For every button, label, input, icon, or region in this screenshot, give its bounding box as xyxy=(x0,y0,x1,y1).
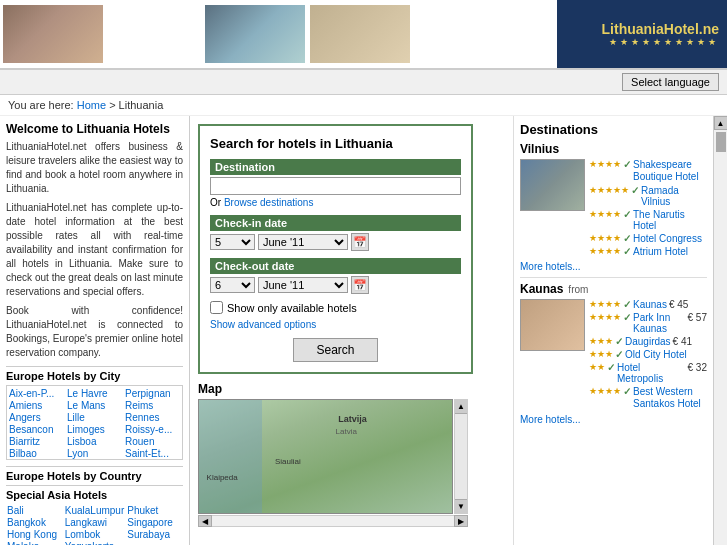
right-scrollbar: ▲ ▼ xyxy=(713,116,727,545)
main-layout: Welcome to Lithuania Hotels LithuaniaHot… xyxy=(0,116,727,545)
destinations-panel: Destinations Vilnius ★★★★ ✓ Shakespeare … xyxy=(513,116,713,545)
advanced-options-link[interactable]: Show advanced options xyxy=(210,319,461,330)
city-link[interactable]: Saint-Et... xyxy=(125,448,180,459)
stars-icon: ★★★ xyxy=(589,349,613,359)
hotel-link[interactable]: The Narutis Hotel xyxy=(633,209,707,231)
map-label-klaipeda: Klaipeda xyxy=(207,473,238,482)
language-select-button[interactable]: Select language xyxy=(622,73,719,91)
checkin-month-select[interactable]: June '11 xyxy=(258,234,348,250)
hotel-item: ★★★★ ✓ Kaunas € 45 xyxy=(589,299,707,310)
hotel-price: € 32 xyxy=(688,362,707,373)
map-title: Map xyxy=(198,382,505,396)
destination-input[interactable] xyxy=(210,177,461,195)
stars-icon: ★★★★ xyxy=(589,312,621,322)
checkmark-icon: ✓ xyxy=(623,246,631,257)
city-link[interactable]: Le Mans xyxy=(67,400,122,411)
city-link[interactable]: Rennes xyxy=(125,412,180,423)
vilnius-more-link[interactable]: More hotels... xyxy=(520,261,707,272)
checkout-label: Check-out date xyxy=(210,258,461,274)
city-link[interactable]: Lyon xyxy=(67,448,122,459)
checkmark-icon: ✓ xyxy=(615,336,623,347)
asia-city-link[interactable]: Langkawi xyxy=(65,517,124,528)
hotel-link[interactable]: Best Western Santakos Hotel xyxy=(633,386,707,410)
checkout-calendar-icon[interactable]: 📅 xyxy=(351,276,369,294)
city-link[interactable]: Perpignan xyxy=(125,388,180,399)
stars-icon: ★★★★★ xyxy=(589,185,629,195)
kaunas-hotel-list: ★★★★ ✓ Kaunas € 45 ★★★★ ✓ Park Inn Kauna… xyxy=(589,299,707,412)
sidebar-welcome-title: Welcome to Lithuania Hotels xyxy=(6,122,183,136)
hotel-item: ★★★★ ✓ Atrium Hotel xyxy=(589,246,707,257)
hotel-link[interactable]: Hotel Congress xyxy=(633,233,702,244)
asia-city-link[interactable]: Bangkok xyxy=(7,517,62,528)
city-link[interactable]: Amiens xyxy=(9,400,64,411)
asia-city-link[interactable]: Phuket xyxy=(127,505,182,516)
asia-city-link[interactable]: Surabaya xyxy=(127,529,182,540)
kaunas-image xyxy=(520,299,585,351)
map-hscroll-right[interactable]: ▶ xyxy=(454,515,468,527)
scroll-thumb[interactable] xyxy=(716,132,726,152)
map-scroll-up[interactable]: ▲ xyxy=(455,400,467,414)
scroll-up-arrow[interactable]: ▲ xyxy=(714,116,728,130)
checkout-day-select[interactable]: 6 xyxy=(210,277,255,293)
city-link[interactable]: Bilbao xyxy=(9,448,64,459)
map-scrollbar-vertical: ▲ ▼ xyxy=(454,399,468,514)
hotel-link[interactable]: Shakespeare Boutique Hotel xyxy=(633,159,707,183)
city-link[interactable]: Lisboa xyxy=(67,436,122,447)
checkmark-icon: ✓ xyxy=(623,386,631,397)
sidebar: Welcome to Lithuania Hotels LithuaniaHot… xyxy=(0,116,190,545)
city-link[interactable]: Limoges xyxy=(67,424,122,435)
asia-city-link[interactable]: Singapore xyxy=(127,517,182,528)
center-content: Search for hotels in Lithuania Destinati… xyxy=(190,116,513,545)
stars-icon: ★★★★ xyxy=(589,299,621,309)
map-label-siauliai: Siauliai xyxy=(275,457,301,466)
destinations-title: Destinations xyxy=(520,122,707,137)
city-link[interactable]: Besancon xyxy=(9,424,64,435)
city-link[interactable]: Le Havre xyxy=(67,388,122,399)
or-text: Or xyxy=(210,197,221,208)
hotel-link[interactable]: Ramada Vilnius xyxy=(641,185,707,207)
asia-city-link[interactable]: Hong Kong xyxy=(7,529,62,540)
asia-city-link[interactable]: Malaka xyxy=(7,541,62,545)
city-link[interactable]: Lille xyxy=(67,412,122,423)
asia-city-link[interactable]: Yogyakarta xyxy=(65,541,124,545)
vilnius-image xyxy=(520,159,585,211)
asia-city-link[interactable]: KualaLumpur xyxy=(65,505,124,516)
show-available-checkbox[interactable] xyxy=(210,301,223,314)
hotel-link[interactable]: Daugirdas xyxy=(625,336,671,347)
asia-city-link[interactable]: Lombok xyxy=(65,529,124,540)
sidebar-section-special-asia: Special Asia Hotels Bali KualaLumpur Phu… xyxy=(6,485,183,545)
map-scroll-down[interactable]: ▼ xyxy=(455,499,467,513)
asia-city-link[interactable]: Bali xyxy=(7,505,62,516)
city-link[interactable]: Angers xyxy=(9,412,64,423)
city-link[interactable]: Reims xyxy=(125,400,180,411)
sidebar-europe-country-title: Europe Hotels by Country xyxy=(6,466,183,482)
kaunas-more-link[interactable]: More hotels... xyxy=(520,414,707,425)
hotel-link[interactable]: Kaunas xyxy=(633,299,667,310)
city-link[interactable]: Aix-en-P... xyxy=(9,388,64,399)
search-title: Search for hotels in Lithuania xyxy=(210,136,461,151)
vilnius-title: Vilnius xyxy=(520,142,707,156)
checkin-calendar-icon[interactable]: 📅 xyxy=(351,233,369,251)
checkout-month-select[interactable]: June '11 xyxy=(258,277,348,293)
checkin-field-group: Check-in date 5 June '11 📅 xyxy=(210,215,461,251)
map-hscroll-left[interactable]: ◀ xyxy=(198,515,212,527)
browse-destinations-link[interactable]: Browse destinations xyxy=(224,197,314,208)
hotel-link[interactable]: Old City Hotel xyxy=(625,349,687,360)
city-link[interactable]: Biarritz xyxy=(9,436,64,447)
search-button[interactable]: Search xyxy=(293,338,377,362)
city-link[interactable]: Roissy-e... xyxy=(125,424,180,435)
destination-label: Destination xyxy=(210,159,461,175)
stars-icon: ★★★★ xyxy=(589,386,621,396)
hotel-link[interactable]: Atrium Hotel xyxy=(633,246,688,257)
hotel-price: € 41 xyxy=(673,336,692,347)
hotel-item: ★★ ✓ Hotel Metropolis € 32 xyxy=(589,362,707,384)
checkin-label: Check-in date xyxy=(210,215,461,231)
dest-kaunas: Kaunas from ★★★★ ✓ Kaunas € 45 ★★★★ ✓ Pa… xyxy=(520,282,707,425)
hotel-link[interactable]: Hotel Metropolis xyxy=(617,362,686,384)
city-link[interactable]: Rouen xyxy=(125,436,180,447)
hotel-link[interactable]: Park Inn Kaunas xyxy=(633,312,686,334)
hotel-price: € 45 xyxy=(669,299,688,310)
checkin-day-select[interactable]: 5 xyxy=(210,234,255,250)
breadcrumb-home-link[interactable]: Home xyxy=(77,99,106,111)
map-section: Map Latvija Latvia Klaipeda Siauliai ▲ ▼ xyxy=(198,382,505,527)
